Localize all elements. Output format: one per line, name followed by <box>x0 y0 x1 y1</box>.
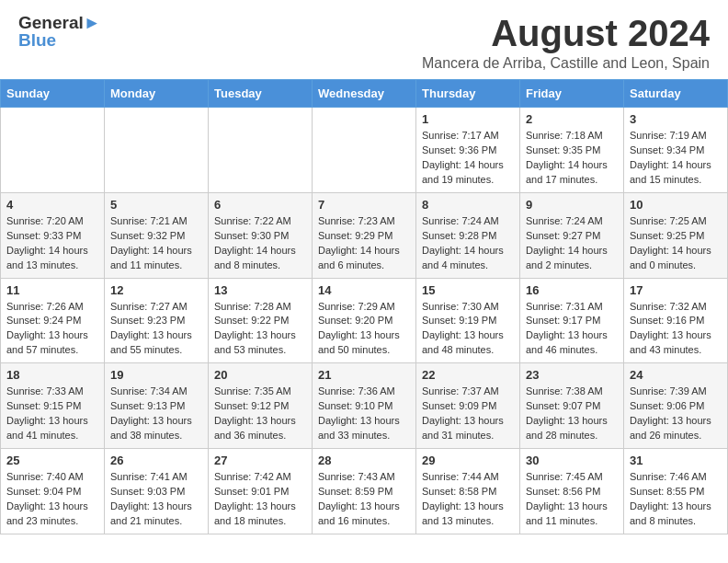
day-number: 9 <box>526 198 618 212</box>
day-number: 7 <box>318 198 410 212</box>
day-info: Sunrise: 7:43 AM Sunset: 8:59 PM Dayligh… <box>318 470 410 529</box>
day-number: 24 <box>630 368 722 382</box>
day-info: Sunrise: 7:31 AM Sunset: 9:17 PM Dayligh… <box>526 300 618 359</box>
day-number: 8 <box>422 198 514 212</box>
day-info: Sunrise: 7:45 AM Sunset: 8:56 PM Dayligh… <box>526 470 618 529</box>
day-number: 31 <box>630 454 722 467</box>
day-cell: 31Sunrise: 7:46 AM Sunset: 8:55 PM Dayli… <box>624 449 728 534</box>
day-number: 23 <box>526 368 618 382</box>
day-headers-row: SundayMondayTuesdayWednesdayThursdayFrid… <box>1 80 728 108</box>
day-info: Sunrise: 7:19 AM Sunset: 9:34 PM Dayligh… <box>630 129 722 188</box>
day-cell: 7Sunrise: 7:23 AM Sunset: 9:29 PM Daylig… <box>313 192 416 278</box>
day-cell: 15Sunrise: 7:30 AM Sunset: 9:19 PM Dayli… <box>416 278 520 363</box>
day-number: 3 <box>630 112 722 126</box>
day-cell: 9Sunrise: 7:24 AM Sunset: 9:27 PM Daylig… <box>520 192 624 278</box>
day-info: Sunrise: 7:27 AM Sunset: 9:23 PM Dayligh… <box>110 300 202 359</box>
day-number: 14 <box>318 283 410 297</box>
week-row-0: 1Sunrise: 7:17 AM Sunset: 9:36 PM Daylig… <box>1 108 728 193</box>
day-info: Sunrise: 7:44 AM Sunset: 8:58 PM Dayligh… <box>422 470 514 529</box>
day-cell: 28Sunrise: 7:43 AM Sunset: 8:59 PM Dayli… <box>313 449 416 534</box>
day-cell: 3Sunrise: 7:19 AM Sunset: 9:34 PM Daylig… <box>624 108 728 193</box>
day-info: Sunrise: 7:24 AM Sunset: 9:28 PM Dayligh… <box>422 214 514 273</box>
day-info: Sunrise: 7:28 AM Sunset: 9:22 PM Dayligh… <box>214 300 306 359</box>
day-number: 25 <box>6 454 98 467</box>
day-info: Sunrise: 7:20 AM Sunset: 9:33 PM Dayligh… <box>6 214 98 273</box>
day-info: Sunrise: 7:18 AM Sunset: 9:35 PM Dayligh… <box>526 129 618 188</box>
day-header-tuesday: Tuesday <box>209 80 313 108</box>
day-number: 4 <box>6 198 98 212</box>
location: Mancera de Arriba, Castille and Leon, Sp… <box>422 55 710 72</box>
day-number: 19 <box>110 368 202 382</box>
day-number: 10 <box>630 198 722 212</box>
day-info: Sunrise: 7:39 AM Sunset: 9:06 PM Dayligh… <box>630 385 722 443</box>
month-title: August 2024 <box>422 13 710 53</box>
day-cell: 27Sunrise: 7:42 AM Sunset: 9:01 PM Dayli… <box>209 449 313 534</box>
day-header-monday: Monday <box>105 80 209 108</box>
week-row-2: 11Sunrise: 7:26 AM Sunset: 9:24 PM Dayli… <box>1 278 728 363</box>
day-number: 18 <box>6 368 98 382</box>
day-info: Sunrise: 7:17 AM Sunset: 9:36 PM Dayligh… <box>422 129 514 188</box>
day-cell: 5Sunrise: 7:21 AM Sunset: 9:32 PM Daylig… <box>105 192 209 278</box>
day-header-saturday: Saturday <box>624 80 728 108</box>
day-cell: 14Sunrise: 7:29 AM Sunset: 9:20 PM Dayli… <box>313 278 416 363</box>
day-cell: 13Sunrise: 7:28 AM Sunset: 9:22 PM Dayli… <box>209 278 313 363</box>
day-info: Sunrise: 7:26 AM Sunset: 9:24 PM Dayligh… <box>6 300 98 359</box>
week-row-4: 25Sunrise: 7:40 AM Sunset: 9:04 PM Dayli… <box>1 449 728 534</box>
day-cell: 21Sunrise: 7:36 AM Sunset: 9:10 PM Dayli… <box>313 363 416 449</box>
day-cell: 11Sunrise: 7:26 AM Sunset: 9:24 PM Dayli… <box>1 278 105 363</box>
day-number: 5 <box>110 198 202 212</box>
title-area: August 2024 Mancera de Arriba, Castille … <box>422 13 710 72</box>
day-number: 15 <box>422 283 514 297</box>
day-cell: 8Sunrise: 7:24 AM Sunset: 9:28 PM Daylig… <box>416 192 520 278</box>
day-cell: 23Sunrise: 7:38 AM Sunset: 9:07 PM Dayli… <box>520 363 624 449</box>
day-cell: 22Sunrise: 7:37 AM Sunset: 9:09 PM Dayli… <box>416 363 520 449</box>
day-number: 6 <box>214 198 306 212</box>
day-cell: 6Sunrise: 7:22 AM Sunset: 9:30 PM Daylig… <box>209 192 313 278</box>
calendar-header: SundayMondayTuesdayWednesdayThursdayFrid… <box>1 80 728 108</box>
day-info: Sunrise: 7:42 AM Sunset: 9:01 PM Dayligh… <box>214 470 306 529</box>
day-info: Sunrise: 7:32 AM Sunset: 9:16 PM Dayligh… <box>630 300 722 359</box>
day-cell: 26Sunrise: 7:41 AM Sunset: 9:03 PM Dayli… <box>105 449 209 534</box>
day-info: Sunrise: 7:25 AM Sunset: 9:25 PM Dayligh… <box>630 214 722 273</box>
day-cell <box>313 108 416 193</box>
day-cell: 10Sunrise: 7:25 AM Sunset: 9:25 PM Dayli… <box>624 192 728 278</box>
day-cell: 2Sunrise: 7:18 AM Sunset: 9:35 PM Daylig… <box>520 108 624 193</box>
day-cell: 20Sunrise: 7:35 AM Sunset: 9:12 PM Dayli… <box>209 363 313 449</box>
day-cell: 16Sunrise: 7:31 AM Sunset: 9:17 PM Dayli… <box>520 278 624 363</box>
day-info: Sunrise: 7:23 AM Sunset: 9:29 PM Dayligh… <box>318 214 410 273</box>
day-info: Sunrise: 7:35 AM Sunset: 9:12 PM Dayligh… <box>214 385 306 443</box>
day-number: 29 <box>422 454 514 467</box>
day-info: Sunrise: 7:46 AM Sunset: 8:55 PM Dayligh… <box>630 470 722 529</box>
logo: General► Blue <box>18 13 101 51</box>
day-number: 27 <box>214 454 306 467</box>
day-info: Sunrise: 7:34 AM Sunset: 9:13 PM Dayligh… <box>110 385 202 443</box>
day-number: 13 <box>214 283 306 297</box>
day-number: 20 <box>214 368 306 382</box>
day-number: 21 <box>318 368 410 382</box>
day-cell: 4Sunrise: 7:20 AM Sunset: 9:33 PM Daylig… <box>1 192 105 278</box>
page-header: General► Blue August 2024 Mancera de Arr… <box>0 0 728 79</box>
day-number: 11 <box>6 283 98 297</box>
day-number: 16 <box>526 283 618 297</box>
day-header-friday: Friday <box>520 80 624 108</box>
day-info: Sunrise: 7:29 AM Sunset: 9:20 PM Dayligh… <box>318 300 410 359</box>
calendar-body: 1Sunrise: 7:17 AM Sunset: 9:36 PM Daylig… <box>1 108 728 534</box>
day-cell <box>1 108 105 193</box>
day-info: Sunrise: 7:41 AM Sunset: 9:03 PM Dayligh… <box>110 470 202 529</box>
day-cell: 18Sunrise: 7:33 AM Sunset: 9:15 PM Dayli… <box>1 363 105 449</box>
day-number: 1 <box>422 112 514 126</box>
day-number: 17 <box>630 283 722 297</box>
week-row-1: 4Sunrise: 7:20 AM Sunset: 9:33 PM Daylig… <box>1 192 728 278</box>
day-header-thursday: Thursday <box>416 80 520 108</box>
day-info: Sunrise: 7:30 AM Sunset: 9:19 PM Dayligh… <box>422 300 514 359</box>
day-info: Sunrise: 7:40 AM Sunset: 9:04 PM Dayligh… <box>6 470 98 529</box>
day-number: 26 <box>110 454 202 467</box>
day-header-wednesday: Wednesday <box>313 80 416 108</box>
day-cell: 24Sunrise: 7:39 AM Sunset: 9:06 PM Dayli… <box>624 363 728 449</box>
day-cell <box>209 108 313 193</box>
day-number: 22 <box>422 368 514 382</box>
day-info: Sunrise: 7:21 AM Sunset: 9:32 PM Dayligh… <box>110 214 202 273</box>
day-cell: 29Sunrise: 7:44 AM Sunset: 8:58 PM Dayli… <box>416 449 520 534</box>
day-info: Sunrise: 7:33 AM Sunset: 9:15 PM Dayligh… <box>6 385 98 443</box>
day-cell: 25Sunrise: 7:40 AM Sunset: 9:04 PM Dayli… <box>1 449 105 534</box>
